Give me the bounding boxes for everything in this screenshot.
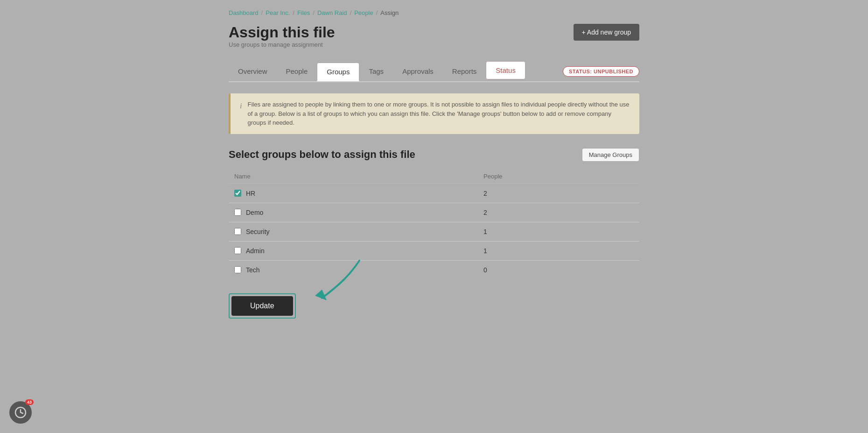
breadcrumb-pear-inc[interactable]: Pear Inc. [266,9,290,16]
group-checkbox-demo[interactable] [234,209,241,216]
table-row: Demo2 [229,203,639,222]
tabs-row: Overview People Groups Tags Approvals Re… [229,61,639,82]
tab-overview[interactable]: Overview [229,63,277,81]
group-checkbox-admin[interactable] [234,247,241,254]
group-people-count: 1 [478,241,639,260]
group-checkbox-label[interactable]: Demo [234,209,472,216]
group-people-count: 0 [478,260,639,279]
group-name: Tech [246,266,260,274]
bottom-icon-container[interactable]: 43 [9,401,32,424]
table-row: HR2 [229,184,639,203]
tab-tags[interactable]: Tags [359,63,393,81]
group-people-count: 1 [478,222,639,241]
tab-people[interactable]: People [277,63,317,81]
tab-groups[interactable]: Groups [317,63,359,81]
breadcrumb-dawn-raid[interactable]: Dawn Raid [317,9,347,16]
group-name-cell: HR [229,184,478,203]
group-name-cell: Admin [229,241,478,260]
icon-circle: 43 [9,401,32,424]
group-checkbox-label[interactable]: HR [234,190,472,197]
tab-status[interactable]: Status [486,61,525,79]
info-text: Files are assigned to people by linking … [247,100,630,128]
group-people-count: 2 [478,203,639,222]
group-checkbox-label[interactable]: Admin [234,247,472,255]
page-subtitle: Use groups to manage assignment [229,41,335,48]
tab-reports[interactable]: Reports [443,63,486,81]
svg-marker-0 [315,290,327,300]
tab-approvals[interactable]: Approvals [393,63,443,81]
breadcrumb: Dashboard / Pear Inc. / Files / Dawn Rai… [229,9,639,16]
group-name-cell: Demo [229,203,478,222]
group-name: HR [246,190,255,197]
group-people-count: 2 [478,184,639,203]
group-checkbox-security[interactable] [234,228,241,235]
group-name: Security [246,228,270,235]
page-title: Assign this file [229,24,335,41]
notification-badge: 43 [25,399,34,405]
add-new-group-button[interactable]: + Add new group [574,24,639,41]
status-badge: STATUS: UNPUBLISHED [563,66,639,77]
group-name: Admin [246,247,265,255]
table-row: Tech0 [229,260,639,279]
groups-table: Name People HR2Demo2Security1Admin1Tech0 [229,169,639,279]
manage-groups-button[interactable]: Manage Groups [582,148,639,162]
group-checkbox-hr[interactable] [234,190,241,197]
group-checkbox-tech[interactable] [234,266,241,273]
group-name-cell: Security [229,222,478,241]
update-button[interactable]: Update [231,296,293,316]
breadcrumb-people[interactable]: People [354,9,373,16]
table-row: Admin1 [229,241,639,260]
group-name: Demo [246,209,263,216]
tabs: Overview People Groups Tags Approvals Re… [229,61,525,81]
section-header: Select groups below to assign this file … [229,148,639,162]
breadcrumb-assign: Assign [380,9,399,16]
page-header: Assign this file Use groups to manage as… [229,24,639,57]
breadcrumb-dashboard[interactable]: Dashboard [229,9,259,16]
info-icon: i [240,100,242,112]
update-section: Update [229,293,639,319]
update-button-wrapper: Update [229,293,296,319]
group-name-cell: Tech [229,260,478,279]
group-checkbox-label[interactable]: Security [234,228,472,235]
section-title: Select groups below to assign this file [229,149,415,161]
timer-icon [14,406,27,419]
group-checkbox-label[interactable]: Tech [234,266,472,274]
table-row: Security1 [229,222,639,241]
info-box: i Files are assigned to people by linkin… [229,93,639,134]
col-people: People [478,169,639,184]
breadcrumb-files[interactable]: Files [297,9,310,16]
col-name: Name [229,169,478,184]
